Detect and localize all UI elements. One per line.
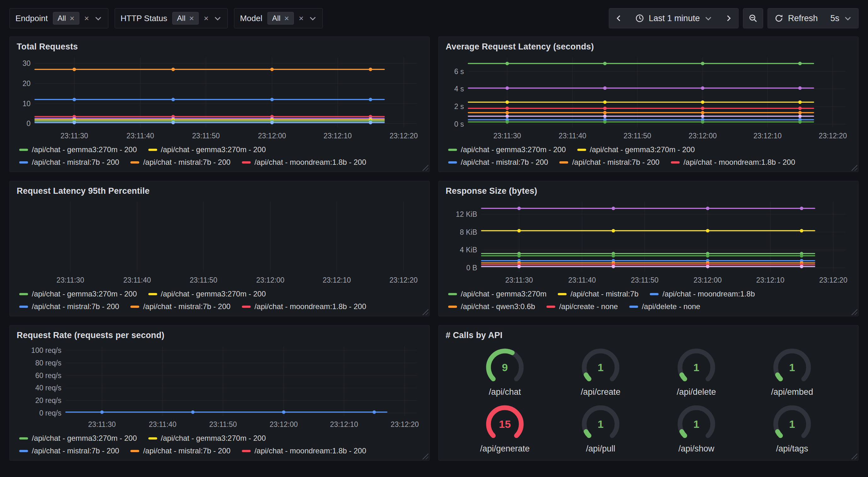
legend-series-label: /api/chat - mistral:7b - 200 (32, 302, 119, 311)
legend-item[interactable]: /api/chat - gemma3:270m - 200 (19, 290, 137, 298)
panel-header[interactable]: Average Request Latency (seconds) (446, 42, 851, 52)
panel-header[interactable]: Request Rate (requests per second) (17, 330, 422, 340)
gauge-api-delete: 1/api/delete (673, 344, 720, 397)
legend-series-swatch (130, 450, 139, 452)
y-axis-tick-label: 8 KiB (460, 228, 477, 236)
legend-item[interactable]: /api/chat - gemma3:270m - 200 (577, 145, 695, 154)
time-range-picker[interactable]: Last 1 minute (629, 8, 719, 28)
legend-item[interactable]: /api/chat - mistral:7b - 200 (130, 158, 230, 167)
chart-area[interactable]: 23:11:3023:11:4023:11:5023:12:0023:12:10… (17, 341, 422, 429)
gauge-arc: 1 (673, 344, 720, 391)
chevron-down-icon[interactable] (214, 14, 222, 22)
chip-remove-icon[interactable]: × (284, 14, 289, 22)
filter-value-chip[interactable]: All × (53, 12, 80, 25)
legend-item[interactable]: /api/delete - none (629, 302, 700, 311)
timeseries-plot[interactable]: 23:11:3023:11:4023:11:5023:12:0023:12:10… (446, 53, 851, 141)
legend-item[interactable]: /api/chat - moondream:1.8b (650, 290, 755, 298)
filter-value-chip[interactable]: All × (172, 12, 199, 25)
legend-item[interactable]: /api/chat - mistral:7b (558, 290, 639, 298)
timeseries-plot[interactable]: 23:11:3023:11:4023:11:5023:12:0023:12:10… (446, 197, 851, 285)
series-point (701, 111, 704, 114)
filter-label: Model (240, 13, 262, 23)
series-point (701, 114, 704, 118)
gauge-api-generate: 15/api/generate (480, 400, 530, 454)
legend-item[interactable]: /api/chat - gemma3:270m - 200 (148, 145, 266, 154)
panel-resize-handle[interactable] (850, 452, 857, 459)
series-point (603, 114, 607, 118)
legend-item[interactable]: /api/chat - mistral:7b - 200 (130, 446, 230, 455)
timeseries-plot[interactable]: 23:11:3023:11:4023:11:5023:12:0023:12:10… (17, 197, 422, 285)
filter-http-status[interactable]: HTTP Status All × × (115, 8, 228, 28)
timeseries-plot[interactable]: 23:11:3023:11:4023:11:5023:12:0023:12:10… (17, 341, 422, 429)
filter-clear-icon[interactable]: × (204, 14, 209, 22)
chevron-down-icon[interactable] (309, 14, 317, 22)
refresh-button[interactable]: Refresh (768, 8, 824, 28)
panel-resize-handle[interactable] (422, 452, 428, 459)
legend-series-label: /api/chat - mistral:7b - 200 (143, 446, 230, 455)
legend-item[interactable]: /api/chat - gemma3:270m - 200 (448, 145, 566, 154)
panel-resize-handle[interactable] (850, 308, 857, 315)
time-shift-forward-button[interactable] (719, 8, 738, 28)
legend-item[interactable]: /api/chat - moondream:1.8b - 200 (671, 158, 795, 167)
filter-value-chip[interactable]: All × (268, 12, 294, 25)
chip-remove-icon[interactable]: × (189, 14, 194, 22)
panel-header[interactable]: Response Size (bytes) (446, 186, 851, 196)
legend-series-swatch (650, 293, 658, 295)
chip-label: All (58, 14, 66, 23)
legend-series-label: /api/chat - mistral:7b - 200 (32, 446, 119, 455)
legend-item[interactable]: /api/chat - mistral:7b - 200 (19, 158, 119, 167)
legend-item[interactable]: /api/chat - mistral:7b - 200 (19, 302, 119, 311)
chevron-down-icon[interactable] (94, 14, 102, 22)
zoom-out-button[interactable] (743, 8, 763, 28)
refresh-interval-dropdown[interactable]: 5s (824, 8, 858, 28)
legend-item[interactable]: /api/chat - moondream:1.8b - 200 (242, 158, 366, 167)
chart-area[interactable]: 23:11:3023:11:4023:11:5023:12:0023:12:10… (446, 53, 851, 141)
gauge-api-show: 1/api/show (673, 400, 720, 454)
series-point (518, 254, 521, 258)
series-point (270, 98, 274, 101)
legend-series-label: /api/chat - moondream:1.8b - 200 (254, 302, 366, 311)
filter-clear-icon[interactable]: × (299, 14, 304, 22)
chart-area[interactable]: 23:11:3023:11:4023:11:5023:12:0023:12:10… (446, 197, 851, 285)
filter-clear-icon[interactable]: × (84, 14, 89, 22)
legend-series-swatch (148, 149, 157, 151)
series-point (612, 254, 615, 258)
time-shift-back-button[interactable] (609, 8, 629, 28)
legend-series-swatch (448, 149, 457, 151)
timeseries-plot[interactable]: 23:11:3023:11:4023:11:5023:12:0023:12:10… (17, 53, 422, 141)
panel-resize-handle[interactable] (422, 308, 428, 315)
legend-item[interactable]: /api/chat - qwen3:0.6b (448, 302, 535, 311)
dashboard-grid: Total Requests23:11:3023:11:4023:11:5023… (0, 28, 868, 470)
legend-item[interactable]: /api/chat - mistral:7b - 200 (130, 302, 230, 311)
chart-legend: /api/chat - gemma3:270m - 200/api/chat -… (17, 141, 422, 168)
legend-series-label: /api/chat - gemma3:270m - 200 (161, 290, 266, 298)
panel-title: Request Rate (requests per second) (17, 330, 164, 340)
legend-item[interactable]: /api/chat - moondream:1.8b - 200 (242, 302, 366, 311)
panel-resize-handle[interactable] (850, 164, 857, 171)
legend-item[interactable]: /api/chat - moondream:1.8b - 200 (242, 446, 366, 455)
filter-endpoint[interactable]: Endpoint All × × (9, 8, 108, 28)
legend-item[interactable]: /api/chat - gemma3:270m - 200 (19, 434, 137, 443)
legend-item[interactable]: /api/chat - gemma3:270m - 200 (148, 290, 266, 298)
x-axis-tick-label: 23:12:00 (270, 420, 298, 428)
chart-area[interactable]: 23:11:3023:11:4023:11:5023:12:0023:12:10… (17, 53, 422, 141)
chip-remove-icon[interactable]: × (70, 14, 74, 22)
legend-item[interactable]: /api/chat - gemma3:270m - 200 (148, 434, 266, 443)
legend-item[interactable]: /api/chat - mistral:7b - 200 (19, 446, 119, 455)
legend-item[interactable]: /api/chat - gemma3:270m (448, 290, 547, 298)
panel-header[interactable]: Request Latency 95th Percentile (17, 186, 422, 196)
panel-resize-handle[interactable] (422, 164, 428, 171)
chart-area[interactable]: 23:11:3023:11:4023:11:5023:12:0023:12:10… (17, 197, 422, 285)
legend-series-label: /api/chat - gemma3:270m - 200 (32, 145, 137, 154)
gauge-value: 1 (789, 361, 795, 374)
legend-item[interactable]: /api/create - none (547, 302, 618, 311)
legend-item[interactable]: /api/chat - mistral:7b - 200 (559, 158, 659, 167)
legend-item[interactable]: /api/chat - gemma3:270m - 200 (19, 145, 137, 154)
x-axis-tick-label: 23:12:20 (819, 276, 847, 284)
legend-series-label: /api/chat - mistral:7b - 200 (32, 158, 119, 167)
filter-model[interactable]: Model All × × (234, 8, 323, 28)
panel-header[interactable]: # Calls by API (446, 330, 851, 340)
legend-item[interactable]: /api/chat - mistral:7b - 200 (448, 158, 548, 167)
panel-header[interactable]: Total Requests (17, 42, 422, 52)
legend-series-swatch (242, 161, 251, 163)
